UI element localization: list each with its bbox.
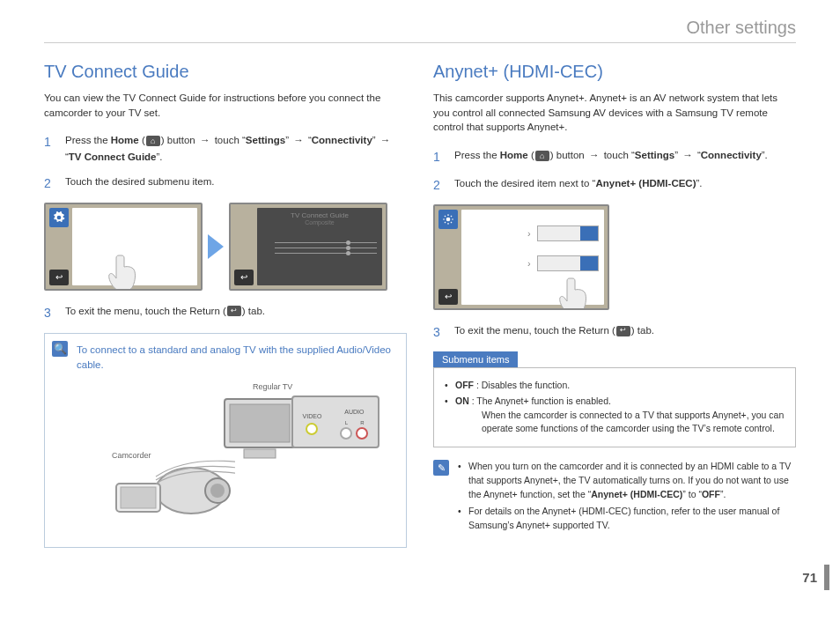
text: Press the xyxy=(65,135,111,145)
bold: OFF xyxy=(455,380,474,390)
note-box: ✎ When you turn on the camcorder and it … xyxy=(433,460,796,536)
screenshot-row: ↩ TV Connect Guide Composite ↩ xyxy=(44,203,407,291)
text: ) tab. xyxy=(631,325,654,336)
step-number: 3 xyxy=(433,322,446,342)
jack-panel: VIDEO AUDIO L R xyxy=(291,395,379,448)
text: : The Anynet+ function is enabled. xyxy=(469,395,611,406)
ui-mock-toggles: › › ↩ xyxy=(433,204,609,310)
chevron-right-icon: › xyxy=(527,258,531,269)
text: ) button xyxy=(550,150,587,160)
step-number: 1 xyxy=(44,132,56,165)
connection-diagram: Regular TV Camcorder VIDEO AUDIO L R xyxy=(77,380,397,538)
step-3: 3 To exit the menu, touch the Return () … xyxy=(433,322,796,342)
step-text: Press the Home () button → touch “Settin… xyxy=(65,132,407,165)
step-number: 1 xyxy=(433,147,446,166)
bold: TV Connect Guide xyxy=(69,152,157,162)
step-number: 2 xyxy=(433,175,446,195)
home-icon xyxy=(535,151,549,161)
bold: OFF xyxy=(702,489,720,499)
page-number: 71 xyxy=(802,565,829,590)
bold: Connectivity xyxy=(701,150,762,160)
jack-label: AUDIO xyxy=(344,408,364,418)
toggle-switch: › xyxy=(537,225,599,241)
bold: Anynet+ (HDMI-CEC) xyxy=(591,489,682,499)
svg-point-8 xyxy=(446,217,451,221)
text: ( xyxy=(528,150,534,160)
text: ( xyxy=(139,135,145,145)
video-jack-icon xyxy=(306,423,318,435)
text: ” to “ xyxy=(682,489,702,499)
submenu-item-off: OFF : Disables the function. xyxy=(455,379,785,393)
intro-text: You can view the TV Connect Guide for in… xyxy=(44,91,407,120)
return-icon xyxy=(227,306,241,316)
text: touch “ xyxy=(211,135,245,145)
text: ” xyxy=(285,135,291,145)
bold: Home xyxy=(111,135,139,145)
gear-icon xyxy=(438,210,458,229)
step-text: To exit the menu, touch the Return () ta… xyxy=(65,303,407,322)
pencil-icon: ✎ xyxy=(433,460,449,476)
intro-text: This camcorder supports Anynet+. Anynet+… xyxy=(433,91,796,135)
touch-hand-icon xyxy=(107,252,143,291)
submenu-box: OFF : Disables the function. ON : The An… xyxy=(433,367,796,447)
note-item: For details on the Anynet+ (HDMI-CEC) fu… xyxy=(468,505,796,533)
submenu-header: Submenu items xyxy=(433,351,518,367)
step-3: 3 To exit the menu, touch the Return () … xyxy=(44,303,407,322)
step-text: Touch the desired submenu item. xyxy=(65,174,407,193)
ui-mock-menu: ↩ xyxy=(44,203,203,291)
text: Press the xyxy=(454,150,500,160)
audio-r-jack-icon xyxy=(356,427,368,440)
text: ”. xyxy=(720,489,726,499)
text: ) tab. xyxy=(242,306,265,316)
text: touch “ xyxy=(601,150,634,160)
svg-rect-1 xyxy=(230,404,290,442)
camcorder-illustration xyxy=(103,459,235,529)
touch-hand-icon xyxy=(558,275,593,310)
right-column: Anynet+ (HDMI-CEC) This camcorder suppor… xyxy=(433,53,796,555)
chevron-right-icon: › xyxy=(527,228,531,239)
audio-l-jack-icon xyxy=(340,427,352,440)
return-icon: ↩ xyxy=(438,289,458,305)
magnify-icon: 🔍 xyxy=(52,341,68,357)
jack-l: L xyxy=(345,419,348,427)
return-icon xyxy=(616,326,630,336)
step-text: To exit the menu, touch the Return () ta… xyxy=(454,322,796,342)
return-icon: ↩ xyxy=(234,270,254,285)
section-heading-tv: TV Connect Guide xyxy=(44,62,407,82)
arrow-icon: → xyxy=(293,135,304,145)
text: ”. xyxy=(762,150,768,160)
arrow-icon: → xyxy=(589,150,600,160)
page-body: TV Connect Guide You can view the TV Con… xyxy=(0,0,840,590)
step-2: 2 Touch the desired submenu item. xyxy=(44,174,407,193)
section-heading-anynet: Anynet+ (HDMI-CEC) xyxy=(433,62,796,82)
tip-box: 🔍 To connect to a standard and analog TV… xyxy=(44,333,407,549)
bold: Settings xyxy=(246,135,285,145)
svg-rect-5 xyxy=(121,487,156,508)
jack-r: R xyxy=(360,419,364,427)
arrow-icon: → xyxy=(380,135,391,145)
left-column: TV Connect Guide You can view the TV Con… xyxy=(44,53,407,555)
home-icon xyxy=(146,136,160,146)
step-1: 1 Press the Home () button → touch “Sett… xyxy=(44,132,407,165)
screenshot-row: › › ↩ xyxy=(433,204,796,310)
bold: Anynet+ (HDMI-CEC) xyxy=(595,178,696,188)
jack-label: VIDEO xyxy=(303,412,322,422)
step-2: 2 Touch the desired item next to “Anynet… xyxy=(433,175,796,195)
return-icon: ↩ xyxy=(49,270,69,285)
bold: Home xyxy=(500,150,528,160)
submenu-item-on: ON : The Anynet+ function is enabled. Wh… xyxy=(455,395,785,436)
mock-title: TV Connect Guide xyxy=(257,208,382,219)
step-text: Press the Home () button → touch “Settin… xyxy=(454,147,796,166)
note-item: When you turn on the camcorder and it is… xyxy=(468,460,796,501)
mock-sub: Composite xyxy=(257,219,382,225)
text: When the camcorder is connected to a TV … xyxy=(482,409,785,437)
text: : Disables the function. xyxy=(474,380,570,390)
toggle-switch: › xyxy=(537,255,599,271)
text: To exit the menu, touch the Return ( xyxy=(65,306,226,316)
text: ”. xyxy=(696,178,703,188)
ui-mock-guide: TV Connect Guide Composite ↩ xyxy=(229,203,387,291)
label-regular-tv: Regular TV xyxy=(253,381,292,394)
mock-canvas: TV Connect Guide Composite xyxy=(257,208,382,285)
arrow-icon: → xyxy=(682,150,693,160)
svg-rect-2 xyxy=(244,449,276,458)
